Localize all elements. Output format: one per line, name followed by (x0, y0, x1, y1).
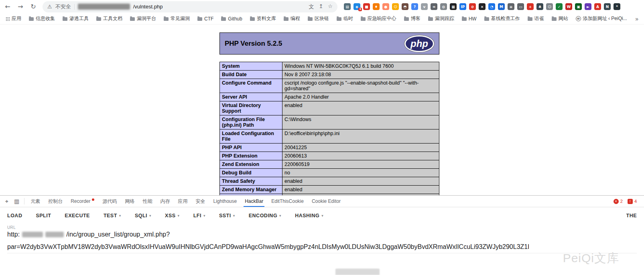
hackbar-menu[interactable]: SQLI ▾ (135, 213, 151, 218)
bookmark-item[interactable]: 区块链 (308, 15, 329, 22)
extension-icon[interactable]: W (565, 3, 572, 10)
devtools-tab[interactable]: 网络 (121, 196, 138, 207)
extension-icon[interactable]: ▭ (517, 3, 524, 10)
devtools-tab[interactable]: EditThisCookie (267, 196, 308, 207)
hackbar-theme-button[interactable]: THE (626, 213, 637, 218)
translate-icon[interactable]: 文 (309, 3, 314, 10)
bookmark-item[interactable]: 资料文库 (250, 15, 276, 22)
bookmarks-overflow-chevron[interactable]: » (635, 16, 638, 22)
toggle-device-toolbar-icon[interactable]: ▥ (11, 198, 22, 204)
devtools-tab-label: Cookie Editor (312, 198, 341, 204)
issues-count: 4 (634, 199, 637, 204)
extension-icon[interactable]: ▦ (450, 3, 457, 10)
extension-icon[interactable]: ► (585, 3, 591, 10)
hackbar-menu[interactable]: SSTI ▾ (219, 213, 235, 218)
extension-icon[interactable]: ✓ (556, 3, 563, 10)
bookmark-item[interactable]: 工具文档 (96, 15, 122, 22)
extension-icon[interactable]: ◓ (402, 3, 408, 10)
hackbar-url-area[interactable]: URL http: /inc/group_user_list/group_xml… (0, 224, 644, 253)
bookmark-item[interactable]: 临时 (337, 15, 353, 22)
devtools-tab[interactable]: Cookie Editor (308, 196, 345, 207)
console-error-badge[interactable]: × 2 (614, 199, 623, 204)
extension-icon[interactable]: ∞ (431, 3, 437, 10)
devtools-tab[interactable]: 控制台 (44, 196, 67, 207)
back-button[interactable]: ← (4, 3, 11, 10)
extension-icon[interactable]: ● (382, 3, 389, 10)
hackbar-button[interactable]: EXECUTE (65, 213, 90, 218)
bookmark-item[interactable]: 基线检查工作 (484, 15, 520, 22)
devtools-tab[interactable]: 安全 (191, 196, 209, 207)
extension-icon[interactable]: A (594, 3, 601, 10)
bookmark-item[interactable]: 常见漏洞 (164, 15, 190, 22)
extension-glyph: ♦ (374, 5, 378, 9)
issues-badge[interactable]: ! 4 (628, 199, 637, 204)
bookmark-item[interactable]: 博客 (404, 15, 421, 22)
extension-icon[interactable]: ? (411, 3, 418, 10)
devtools-tab-label: 安全 (195, 198, 205, 205)
bookmark-star-icon[interactable]: ☆ (328, 3, 333, 10)
extension-icon[interactable]: ♦ (373, 3, 380, 10)
extension-icon[interactable]: * (614, 3, 620, 10)
devtools-tab[interactable]: Recorder (67, 196, 98, 207)
bookmark-item[interactable]: 语雀 (528, 15, 544, 22)
hackbar-url-line1[interactable]: http: /inc/group_user_list/group_xml.php… (7, 231, 637, 238)
extension-icon[interactable]: ▣ (575, 3, 582, 10)
hackbar-menu[interactable]: ENCODING ▾ (249, 213, 281, 218)
bookmark-item[interactable]: 渗透工具 (63, 15, 89, 22)
share-icon[interactable]: ↥ (319, 3, 323, 10)
extension-icon[interactable]: ⊘ (469, 3, 476, 10)
table-row: Virtual Directory Support enabled (220, 101, 439, 115)
bookmark-label: 网站 (559, 15, 568, 22)
devtools-tab[interactable]: HackBar (241, 196, 267, 207)
devtools-tab[interactable]: 源代码 (98, 196, 121, 207)
extension-icon[interactable]: ◔ (488, 3, 495, 10)
bookmark-folder-icon (552, 17, 557, 21)
address-bar[interactable]: ⚠ 不安全 /vulntest.php 文 ↥ ☆ (43, 1, 337, 12)
inspect-element-icon[interactable]: ⌖ (2, 198, 11, 205)
extension-icon[interactable]: M (498, 3, 505, 10)
hackbar-button[interactable]: LOAD (7, 213, 22, 218)
devtools-tab[interactable]: 内存 (156, 196, 174, 207)
bookmark-item[interactable]: HW (462, 16, 477, 22)
bookmark-item[interactable]: 应急响应中心 (361, 15, 396, 22)
extension-icon[interactable]: ≡ (508, 3, 514, 10)
hackbar-url-param[interactable]: par=W2dyb3VwXTpbMV18W2dyb3VwaWRdOlsxIHVu… (7, 243, 529, 251)
devtools-tab[interactable]: 元素 (26, 196, 44, 207)
phpinfo-row-value: 220060519 (282, 160, 439, 169)
extension-icon[interactable]: IP (459, 3, 466, 10)
extension-icon[interactable]: ▤ (344, 3, 351, 10)
hackbar-menu[interactable]: TEST ▾ (104, 213, 121, 218)
bookmark-item[interactable]: 信息收集 (29, 15, 55, 22)
bookmark-label: 常见漏洞 (171, 15, 190, 22)
extension-icon[interactable]: + (527, 3, 534, 10)
extension-icon[interactable]: ♣ (536, 3, 543, 10)
hackbar-menu[interactable]: XSS ▾ (165, 213, 180, 218)
bookmark-item[interactable]: 编程 (284, 15, 300, 22)
bookmark-item[interactable]: Github (221, 16, 242, 22)
bookmark-item[interactable]: 漏洞跟踪 (428, 15, 454, 22)
bookmark-item[interactable]: CTF (197, 16, 213, 22)
extension-icon[interactable]: ◈3 (353, 3, 360, 10)
forward-button[interactable]: → (17, 3, 24, 10)
bookmark-item[interactable]: 网站 (552, 15, 568, 22)
extension-icon[interactable]: ☺ (546, 3, 553, 10)
hackbar-menu[interactable]: LFI ▾ (193, 213, 205, 218)
bookmark-item[interactable]: 应用 (6, 15, 21, 22)
extension-icon[interactable]: v (421, 3, 428, 10)
bookmark-item[interactable]: 添加新网址 ‹ PeiQi... (576, 15, 627, 22)
hackbar-menu[interactable]: HASHING ▾ (295, 213, 323, 218)
devtools-tab[interactable]: 性能 (138, 196, 156, 207)
extension-icon[interactable]: ■ (363, 3, 370, 10)
devtools-tab[interactable]: Lighthouse (209, 196, 241, 207)
devtools-tab[interactable]: 应用 (174, 196, 191, 207)
extension-icon[interactable]: ◍ (440, 3, 447, 10)
hackbar-button[interactable]: SPLIT (36, 213, 51, 218)
error-count: 2 (620, 199, 623, 204)
phpinfo-row-label: Configuration File (php.ini) Path (220, 115, 282, 129)
extension-icon[interactable]: ☺ (392, 3, 399, 10)
reload-button[interactable]: ↻ (30, 3, 37, 10)
extension-icon[interactable]: × (479, 3, 486, 10)
extension-icon[interactable]: N (604, 3, 611, 10)
hackbar-menu-label: HASHING (295, 213, 319, 218)
bookmark-item[interactable]: 漏洞平台 (130, 15, 156, 22)
